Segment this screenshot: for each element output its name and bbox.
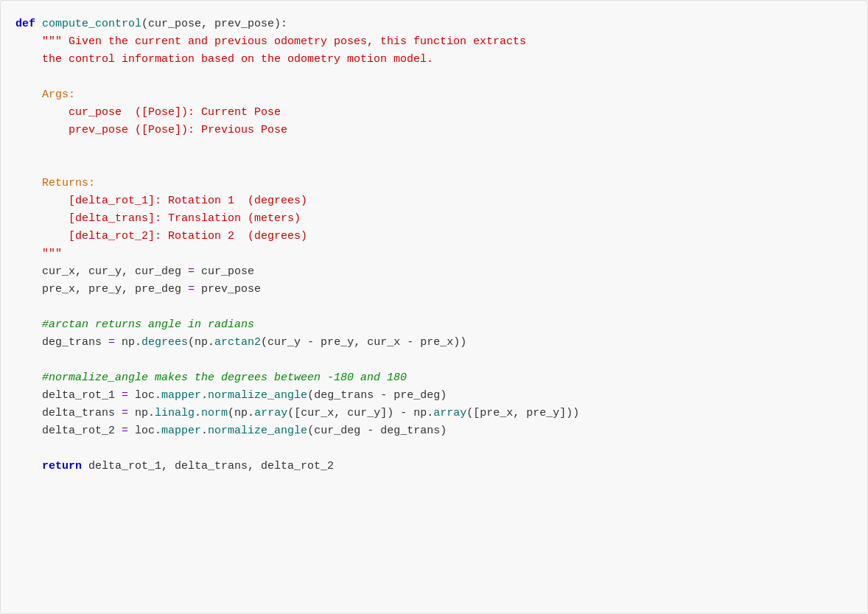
line-content-24: delta_rot_2 = loc.mapper.normalize_angle… xyxy=(1,422,855,440)
line-content-7: prev_pose ([Pose]): Previous Pose xyxy=(1,122,855,139)
pre-x-val: prev_pose xyxy=(195,283,261,296)
line-content-5: Args: xyxy=(1,86,855,104)
code-line-11: [delta_rot_1]: Rotation 1 (degrees) xyxy=(1,192,867,210)
line-content-26: return delta_rot_1, delta_trans, delta_r… xyxy=(1,458,855,475)
returns-label: Returns: xyxy=(15,177,95,189)
line-content-16: pre_x, pre_y, pre_deg = prev_pose xyxy=(1,281,855,299)
pre-x-assign: pre_x, pre_y, pre_deg xyxy=(15,283,188,296)
delta-rot2-args: (cur_deg - deg_trans) xyxy=(307,425,447,437)
line-content-12: [delta_trans]: Translation (meters) xyxy=(1,210,855,228)
return-delta-rot1: [delta_rot_1]: Rotation 1 (degrees) xyxy=(15,195,307,207)
method-mapper1: mapper xyxy=(161,389,201,402)
line-content-14: """ xyxy=(1,245,855,263)
code-line-20 xyxy=(1,352,867,369)
return-delta-trans: [delta_trans]: Translation (meters) xyxy=(15,212,301,225)
arg-prev-pose: prev_pose ([Pose]): Previous Pose xyxy=(15,124,287,136)
line-content-8 xyxy=(1,139,855,157)
code-line-21: #normalize_angle makes the degrees betwe… xyxy=(1,369,867,387)
return-delta-rot2: [delta_rot_2]: Rotation 2 (degrees) xyxy=(15,230,307,243)
line-content-2: """ Given the current and previous odome… xyxy=(1,33,855,51)
line-content-11: [delta_rot_1]: Rotation 1 (degrees) xyxy=(1,192,855,210)
docstring-line2: the control information based on the odo… xyxy=(15,53,433,66)
code-line-7: prev_pose ([Pose]): Previous Pose xyxy=(1,122,867,139)
method-linalg: linalg xyxy=(155,407,195,419)
assign-op-2: = xyxy=(188,283,195,296)
cur-x-val: cur_pose xyxy=(195,265,254,278)
cur-x-assign: cur_x, cur_y, cur_deg xyxy=(15,265,188,278)
assign-op-3: = xyxy=(108,336,115,349)
code-line-23: delta_trans = np.linalg.norm(np.array([c… xyxy=(1,405,867,422)
docstring-open: """ Given the current and previous odome… xyxy=(15,35,526,48)
delta-trans-inner1: (np. xyxy=(228,407,254,419)
line-content-15: cur_x, cur_y, cur_deg = cur_pose xyxy=(1,263,855,281)
line-content-20 xyxy=(1,352,855,369)
delta-rot2-dot: . xyxy=(201,425,208,437)
comment-arctan: #arctan returns angle in radians xyxy=(15,318,254,331)
deg-trans-inner2: (cur_y - pre_y, cur_x - pre_x)) xyxy=(261,336,466,349)
line-content-23: delta_trans = np.linalg.norm(np.array([c… xyxy=(1,405,855,422)
method-mapper2: mapper xyxy=(161,425,201,437)
delta-rot1-dot: . xyxy=(201,389,208,402)
code-line-13: [delta_rot_2]: Rotation 2 (degrees) xyxy=(1,228,867,245)
code-line-3: the control information based on the odo… xyxy=(1,51,867,69)
line-content-19: deg_trans = np.degrees(np.arctan2(cur_y … xyxy=(1,334,855,352)
keyword-def: def xyxy=(15,18,42,30)
method-array1: array xyxy=(254,407,287,419)
deg-trans-np: np. xyxy=(115,336,141,349)
line-content-18: #arctan returns angle in radians xyxy=(1,316,855,334)
delta-trans-np: np. xyxy=(128,407,155,419)
delta-rot1-var: delta_rot_1 xyxy=(15,389,122,402)
code-line-15: cur_x, cur_y, cur_deg = cur_pose xyxy=(1,263,867,281)
method-norm: norm xyxy=(201,407,228,419)
code-line-26: return delta_rot_1, delta_trans, delta_r… xyxy=(1,458,867,475)
code-line-17 xyxy=(1,299,867,316)
return-values: delta_rot_1, delta_trans, delta_rot_2 xyxy=(82,460,334,472)
line-content-10: Returns: xyxy=(1,175,855,192)
code-line-12: [delta_trans]: Translation (meters) xyxy=(1,210,867,228)
line-content-9 xyxy=(1,157,855,175)
line-content-22: delta_rot_1 = loc.mapper.normalize_angle… xyxy=(1,387,855,405)
keyword-return: return xyxy=(15,460,82,472)
code-line-6: cur_pose ([Pose]): Current Pose xyxy=(1,104,867,122)
line-content-13: [delta_rot_2]: Rotation 2 (degrees) xyxy=(1,228,855,245)
function-name: compute_control xyxy=(42,18,141,30)
code-line-9 xyxy=(1,157,867,175)
deg-trans-var: deg_trans xyxy=(15,336,108,349)
line-content-6: cur_pose ([Pose]): Current Pose xyxy=(1,104,855,122)
line-content-4 xyxy=(1,69,855,86)
method-normalize1: normalize_angle xyxy=(208,389,307,402)
delta-trans-args1: ([cur_x, cur_y]) - np. xyxy=(287,407,433,419)
code-line-18: #arctan returns angle in radians xyxy=(1,316,867,334)
comment-normalize: #normalize_angle makes the degrees betwe… xyxy=(15,371,407,384)
delta-rot2-loc: loc. xyxy=(128,425,161,437)
delta-rot2-var: delta_rot_2 xyxy=(15,425,122,437)
method-degrees: degrees xyxy=(141,336,188,349)
args-label: Args: xyxy=(15,88,75,101)
line-content-3: the control information based on the odo… xyxy=(1,51,855,69)
assign-op-5: = xyxy=(122,407,128,419)
code-line-10: Returns: xyxy=(1,175,867,192)
assign-op-1: = xyxy=(188,265,195,278)
assign-op-4: = xyxy=(122,389,128,402)
method-arctan2: arctan2 xyxy=(214,336,261,349)
code-line-2: """ Given the current and previous odome… xyxy=(1,33,867,51)
delta-trans-var: delta_trans xyxy=(15,407,122,419)
delta-trans-args2: ([pre_x, pre_y])) xyxy=(466,407,579,419)
assign-op-6: = xyxy=(122,425,128,437)
method-normalize2: normalize_angle xyxy=(208,425,307,437)
code-line-24: delta_rot_2 = loc.mapper.normalize_angle… xyxy=(1,422,867,440)
line-content-25 xyxy=(1,440,855,458)
code-line-16: pre_x, pre_y, pre_deg = prev_pose xyxy=(1,281,867,299)
code-line-25 xyxy=(1,440,867,458)
code-editor: def compute_control(cur_pose, prev_pose)… xyxy=(0,0,868,614)
code-line-5: Args: xyxy=(1,86,867,104)
code-line-19: deg_trans = np.degrees(np.arctan2(cur_y … xyxy=(1,334,867,352)
delta-rot1-loc: loc. xyxy=(128,389,161,402)
line-content-17 xyxy=(1,299,855,316)
line-content-21: #normalize_angle makes the degrees betwe… xyxy=(1,369,855,387)
line-content-1: def compute_control(cur_pose, prev_pose)… xyxy=(1,15,855,33)
code-line-22: delta_rot_1 = loc.mapper.normalize_angle… xyxy=(1,387,867,405)
code-line-1: def compute_control(cur_pose, prev_pose)… xyxy=(1,15,867,33)
deg-trans-inner1: (np. xyxy=(188,336,214,349)
docstring-close: """ xyxy=(15,248,62,260)
